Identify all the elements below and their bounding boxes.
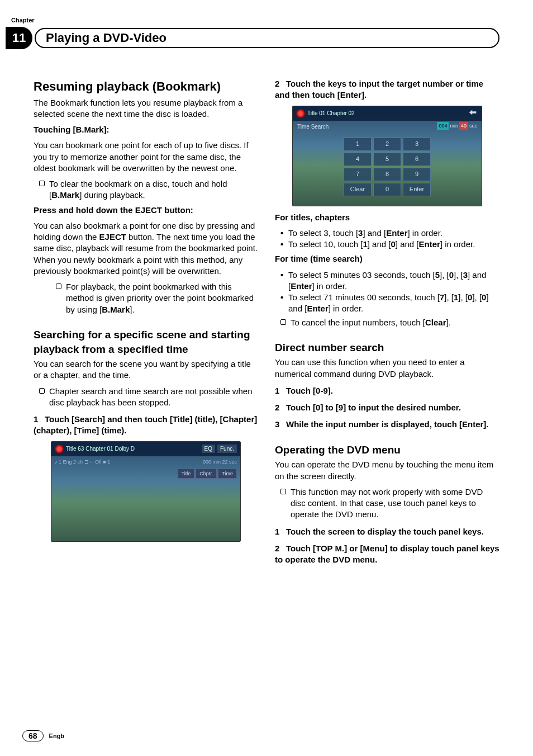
square-bullet-icon xyxy=(280,489,286,494)
screenshot-keypad: Title 01 Chapter 02 Time Search 004min 4… xyxy=(292,106,482,206)
bullet-search-limit: Chapter search and time search are not p… xyxy=(39,386,258,409)
keypad-1[interactable]: 1 xyxy=(344,138,372,151)
search-intro: You can search for the scene you want by… xyxy=(34,358,258,381)
bullet-clear-bookmark: To clear the bookmark on a disc, touch a… xyxy=(39,178,258,201)
resume-intro: The Bookmark function lets you resume pl… xyxy=(34,97,258,120)
keypad-4[interactable]: 4 xyxy=(344,153,372,166)
bullet-menu-limitation: This function may not work properly with… xyxy=(280,486,499,521)
page-title: Playing a DVD-Video xyxy=(35,28,499,48)
heading-dvd-menu: Operating the DVD menu xyxy=(275,443,499,457)
ss1-topline: Title 63 Chapter 01 Dolby D xyxy=(66,445,135,453)
ss1-chapter-button[interactable]: Chptr. xyxy=(196,469,217,479)
keypad-3[interactable]: 3 xyxy=(403,138,431,151)
menu-intro: You can operate the DVD menu by touching… xyxy=(275,459,499,482)
bullet-priority: For playback, the point bookmarked with … xyxy=(56,281,258,315)
dvd-icon xyxy=(55,445,64,453)
square-bullet-icon xyxy=(280,319,286,325)
direct-step-2: 2Touch [0] to [9] to input the desired n… xyxy=(275,402,499,413)
left-column: Resuming playback (Bookmark) The Bookmar… xyxy=(34,78,258,570)
subhead-touching-bmark: Touching [B.Mark]: xyxy=(34,124,258,135)
search-step-2: 2Touch the keys to input the target numb… xyxy=(275,78,499,101)
keypad-9[interactable]: 9 xyxy=(403,168,431,181)
time-example-2: To select 71 minutes 00 seconds, touch [… xyxy=(288,292,499,315)
titles-example-1: To select 3, touch [3] and [Enter] in or… xyxy=(288,228,499,239)
heading-resume: Resuming playback (Bookmark) xyxy=(34,78,258,95)
titles-example-2: To select 10, touch [1] and [0] and [Ent… xyxy=(288,239,499,250)
label-for-time: For time (time search) xyxy=(275,253,499,264)
right-column: 2Touch the keys to input the target numb… xyxy=(275,78,499,570)
square-bullet-icon xyxy=(39,181,45,186)
direct-step-1: 1Touch [0-9]. xyxy=(275,385,499,396)
ss2-topline: Title 01 Chapter 02 xyxy=(307,110,355,117)
time-example-1: To select 5 minutes 03 seconds, touch [5… xyxy=(288,270,499,292)
search-step-1: 1Touch [Search] and then touch [Title] (… xyxy=(34,414,258,437)
ss1-line2-left: ♪ 1 Eng 2 ch ⊐← Off ■ 1 xyxy=(55,459,110,465)
square-bullet-icon xyxy=(56,284,61,289)
ss1-time-button[interactable]: Time xyxy=(218,469,237,479)
ss2-time-search-label: Time Search xyxy=(297,123,329,131)
menu-step-1: 1Touch the screen to display the touch p… xyxy=(275,526,499,537)
keypad-6[interactable]: 6 xyxy=(403,153,431,166)
keypad-2[interactable]: 2 xyxy=(373,138,401,151)
press-hold-body: You can also bookmark a point for one di… xyxy=(34,220,258,277)
heading-direct-search: Direct number search xyxy=(275,341,499,355)
direct-intro: You can use this function when you need … xyxy=(275,357,499,380)
ss2-timebox: 004min 40sec xyxy=(437,122,477,130)
touching-bmark-body: You can bookmark one point for each of u… xyxy=(34,140,258,174)
heading-search: Searching for a specific scene and start… xyxy=(34,328,258,356)
subhead-press-hold: Press and hold down the EJECT button: xyxy=(34,205,258,216)
bullet-cancel-input: To cancel the input numbers, touch [Clea… xyxy=(280,317,499,328)
direct-step-3: 3While the input number is displayed, to… xyxy=(275,419,499,430)
page-number: 68 xyxy=(22,730,44,741)
square-bullet-icon xyxy=(39,388,45,394)
keypad-7[interactable]: 7 xyxy=(344,168,372,181)
keypad-0[interactable]: 0 xyxy=(373,183,401,196)
ss1-eq-button[interactable]: EQ xyxy=(202,445,215,453)
keypad-enter[interactable]: Enter xyxy=(403,183,431,196)
keypad-8[interactable]: 8 xyxy=(373,168,401,181)
keypad-5[interactable]: 5 xyxy=(373,153,401,166)
ss1-time: 000 min 22 sec xyxy=(203,459,237,465)
ss1-func-button[interactable]: Func. xyxy=(217,445,237,453)
return-icon[interactable] xyxy=(468,108,478,116)
menu-step-2: 2Touch [TOP M.] or [Menu] to display tou… xyxy=(275,543,499,566)
chapter-number-badge: 11 xyxy=(6,27,32,49)
dvd-icon xyxy=(296,109,305,118)
label-for-titles: For titles, chapters xyxy=(275,212,499,223)
screenshot-search: Title 63 Chapter 01 Dolby D EQ Func. ♪ 1… xyxy=(51,441,241,542)
ss1-title-button[interactable]: Title xyxy=(178,469,195,479)
keypad-clear[interactable]: Clear xyxy=(344,183,372,196)
page-lang: Engb xyxy=(49,733,65,739)
chapter-label: Chapter xyxy=(11,17,35,23)
page-footer: 68 Engb xyxy=(22,730,64,741)
